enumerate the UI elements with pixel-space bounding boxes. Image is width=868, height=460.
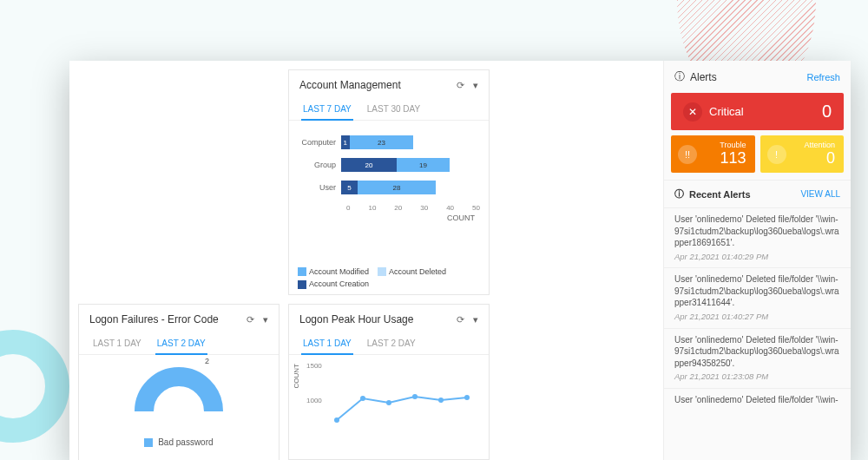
info-icon: ⓘ xyxy=(674,187,684,200)
warning-icon: !! xyxy=(678,145,697,164)
y-axis-label: COUNT xyxy=(293,364,300,388)
legend-item: Account Modified xyxy=(298,267,369,277)
account-mgmt-chart: Computer 123 Group 2019 User 528 0 10 20… xyxy=(289,121,489,262)
attention-count: 0 xyxy=(826,149,835,167)
svg-point-5 xyxy=(438,398,444,403)
legend-item: Account Deleted xyxy=(378,267,446,277)
category-label: Computer xyxy=(298,138,341,147)
tick: 40 xyxy=(446,204,454,212)
bar-segment: 20 xyxy=(341,158,397,172)
peak-hour-chart: COUNT 1500 1000 xyxy=(289,355,489,459)
trouble-count: 113 xyxy=(720,149,746,167)
refresh-icon[interactable]: ⟳ xyxy=(457,314,464,325)
card-title: Account Management xyxy=(299,79,401,91)
alert-timestamp: Apr 21,2021 01:40:27 PM xyxy=(674,312,840,323)
tick: 30 xyxy=(420,204,428,212)
alert-item[interactable]: User 'onlinedemo' Deleted file/folder '\… xyxy=(664,328,851,388)
x-axis-label: COUNT xyxy=(298,212,480,222)
critical-tile[interactable]: ✕Critical 0 xyxy=(671,93,844,130)
alert-text: User 'onlinedemo' Deleted file/folder '\… xyxy=(674,273,840,309)
critical-label: Critical xyxy=(709,105,744,118)
tick: 1000 xyxy=(306,397,322,404)
bar-segment: 1 xyxy=(341,135,350,149)
view-all-link[interactable]: VIEW ALL xyxy=(800,189,840,199)
category-label: User xyxy=(298,183,341,192)
menu-icon[interactable]: ▾ xyxy=(473,314,478,325)
card-title: Logon Peak Hour Usage xyxy=(299,313,413,325)
tab-last-30-day[interactable]: LAST 30 DAY xyxy=(365,100,422,120)
category-label: Group xyxy=(298,161,341,169)
svg-point-6 xyxy=(464,395,470,400)
alert-icon: ! xyxy=(767,145,786,164)
critical-count: 0 xyxy=(822,102,832,122)
account-mgmt-legend: Account Modified Account Deleted Account… xyxy=(289,262,489,294)
alert-text: User 'onlinedemo' Deleted file/folder '\… xyxy=(674,334,840,370)
attention-tile[interactable]: ! Attention 0 xyxy=(760,135,845,173)
decorative-teal-ring xyxy=(0,330,69,443)
refresh-link[interactable]: Refresh xyxy=(806,72,840,82)
card-logon-failures: Logon Failures - Error Code ⟳ ▾ LAST 1 D… xyxy=(78,304,279,460)
blank-card xyxy=(78,69,279,295)
alert-item[interactable]: User 'onlinedemo' Deleted file/folder '\… xyxy=(664,267,851,327)
menu-icon[interactable]: ▾ xyxy=(263,314,268,325)
tab-last-2-day[interactable]: LAST 2 DAY xyxy=(155,334,207,355)
card-logon-peak-hour: Logon Peak Hour Usage ⟳ ▾ LAST 1 DAY LAS… xyxy=(288,304,490,460)
alert-item[interactable]: User 'onlinedemo' Deleted file/folder '\… xyxy=(664,388,851,411)
refresh-icon[interactable]: ⟳ xyxy=(457,80,464,91)
bar-segment: 5 xyxy=(341,181,358,194)
bar-segment: 19 xyxy=(397,158,450,172)
logon-failures-chart: 2 Bad password xyxy=(79,355,279,460)
tab-last-1-day[interactable]: LAST 1 DAY xyxy=(91,334,143,354)
svg-point-1 xyxy=(334,417,339,423)
alerts-title: Alerts xyxy=(690,71,717,83)
tick: 10 xyxy=(368,204,376,212)
tab-last-1-day[interactable]: LAST 1 DAY xyxy=(301,334,353,355)
tick: 0 xyxy=(346,204,350,212)
tab-last-2-day[interactable]: LAST 2 DAY xyxy=(365,334,418,354)
card-account-management: Account Management ⟳ ▾ LAST 7 DAY LAST 3… xyxy=(288,69,490,295)
legend-item: Account Creation xyxy=(298,279,369,289)
tick: 20 xyxy=(394,204,402,212)
tick: 50 xyxy=(472,204,480,212)
dashboard-viewport: Account Management ⟳ ▾ LAST 7 DAY LAST 3… xyxy=(69,61,851,460)
svg-point-2 xyxy=(360,396,365,401)
close-icon: ✕ xyxy=(683,102,702,122)
dashboard-grid: Account Management ⟳ ▾ LAST 7 DAY LAST 3… xyxy=(69,61,663,460)
trouble-tile[interactable]: !! Trouble 113 xyxy=(671,135,755,173)
alert-text: User 'onlinedemo' Deleted file/folder '\… xyxy=(674,214,840,249)
recent-alerts-list: User 'onlinedemo' Deleted file/folder '\… xyxy=(664,207,851,460)
refresh-icon[interactable]: ⟳ xyxy=(247,314,254,325)
info-icon: ⓘ xyxy=(674,69,685,84)
card-title: Logon Failures - Error Code xyxy=(89,313,219,325)
alerts-sidebar: ⓘ Alerts Refresh ✕Critical 0 !! Trouble … xyxy=(663,61,851,460)
alert-timestamp: Apr 21,2021 01:23:08 PM xyxy=(674,371,840,383)
bar-segment: 23 xyxy=(350,135,414,149)
alert-item[interactable]: User 'onlinedemo' Deleted file/folder '\… xyxy=(664,207,851,267)
bar-segment: 28 xyxy=(358,181,436,194)
tick: 1500 xyxy=(306,362,322,370)
svg-point-3 xyxy=(386,400,391,405)
alert-text: User 'onlinedemo' Deleted file/folder '\… xyxy=(674,394,840,406)
menu-icon[interactable]: ▾ xyxy=(473,80,478,91)
svg-point-4 xyxy=(412,394,418,399)
tab-last-7-day[interactable]: LAST 7 DAY xyxy=(301,100,353,121)
x-axis-ticks: 0 10 20 30 40 50 xyxy=(298,200,480,212)
donut-legend: Bad password xyxy=(144,437,213,447)
recent-alerts-title: Recent Alerts xyxy=(689,189,751,200)
alert-timestamp: Apr 21,2021 01:40:29 PM xyxy=(674,252,840,263)
